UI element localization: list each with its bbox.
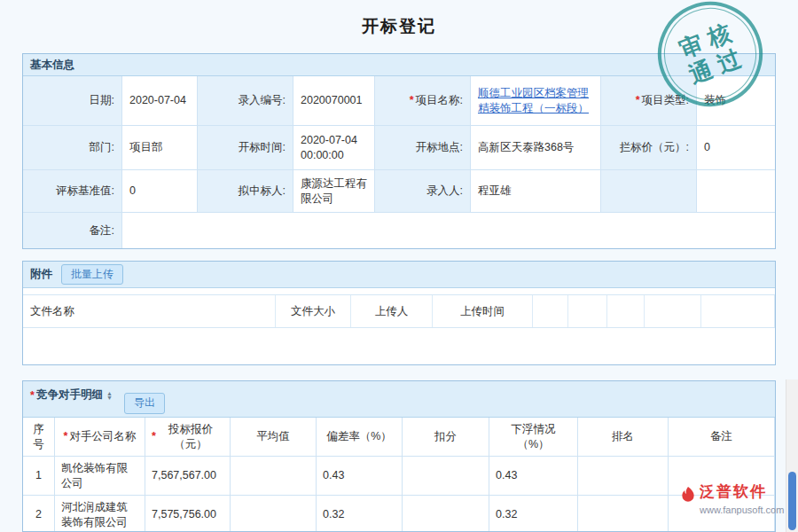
column-float: 下浮情况（%） (489, 418, 578, 457)
required-marker: * (410, 93, 414, 108)
competitors-table-header: 序号 * 对手公司名称 * 投标报价（元） 平均值 偏差率（%） 扣分 下浮情况… (23, 418, 775, 457)
entry-no-value: 2020070001 (293, 76, 375, 126)
column-bid-price: * 投标报价（元） (145, 418, 231, 457)
open-place-value: 高新区天泰路368号 (471, 126, 601, 170)
basic-info-header-strip: 基本信息 (23, 54, 775, 76)
column-rank: 排名 (578, 418, 669, 457)
footer-url-link[interactable]: www.fanpusoft.com (700, 505, 784, 515)
cell-rank (578, 496, 669, 532)
competitors-header-strip: * 竞争对手明细 ▲ ▼ 导出 (23, 381, 775, 418)
column-deduction: 扣分 (403, 418, 489, 457)
competitors-title: 竞争对手明细 (36, 387, 103, 403)
dept-label: 部门: (23, 126, 122, 170)
competitor-row: 1 凯伦装饰有限公司 7,567,567.00 0.43 0.43 (23, 457, 775, 496)
basic-info-grid: 日期: 2020-07-04 录入编号: 2020070001 * 项目名称: … (23, 76, 775, 248)
empty-label-cell (601, 170, 697, 213)
attachments-column-file-name: 文件名称 (23, 295, 276, 327)
sort-desc-icon: ▼ (106, 395, 113, 400)
cell-seq: 1 (23, 457, 55, 496)
cell-deviation: 0.43 (317, 457, 403, 496)
attachments-header: 附件 (30, 267, 52, 282)
vertical-scrollbar[interactable] (786, 379, 798, 532)
sort-icon[interactable]: ▲ ▼ (106, 391, 113, 400)
column-seq: 序号 (23, 418, 55, 457)
competitor-row: 2 河北润成建筑装饰有限公司 7,575,756.00 0.32 0.32 (23, 496, 775, 532)
column-deviation: 偏差率（%） (317, 418, 403, 457)
base-value-value: 0 (122, 170, 198, 213)
proposed-winner-label: 拟中标人: (198, 170, 293, 213)
scrollbar-thumb[interactable] (788, 472, 796, 530)
attachments-column-empty (645, 295, 701, 327)
basic-info-panel: 基本信息 日期: 2020-07-04 录入编号: 2020070001 * 项… (22, 53, 776, 249)
attachments-column-empty (701, 295, 775, 327)
cell-company: 河北润成建筑装饰有限公司 (55, 496, 145, 532)
proposed-winner-value: 康源达工程有限公司 (293, 170, 375, 213)
attachments-column-upload-time: 上传时间 (433, 295, 533, 327)
attachments-column-empty (568, 295, 607, 327)
column-company-text: 对手公司名称 (69, 429, 136, 444)
batch-upload-button[interactable]: 批量上传 (61, 264, 123, 286)
cell-bid-price: 7,567,567.00 (145, 457, 231, 496)
required-marker: * (30, 389, 35, 402)
required-marker: * (152, 429, 156, 444)
open-time-value: 2020-07-04 00:00:00 (293, 126, 375, 170)
export-button[interactable]: 导出 (124, 393, 165, 414)
competitors-title-group: * 竞争对手明细 ▲ ▼ (30, 387, 113, 403)
attachments-column-file-size: 文件大小 (276, 295, 351, 327)
attachments-column-empty (533, 295, 568, 327)
block-price-value: 0 (697, 126, 775, 170)
project-type-label: * 项目类型: (601, 76, 697, 126)
cell-float: 0.32 (489, 496, 578, 532)
cell-deviation: 0.32 (317, 496, 403, 532)
required-marker: * (636, 93, 640, 108)
competitors-panel: * 竞争对手明细 ▲ ▼ 导出 序号 * 对手公司名称 * 投标报价（元） 平均… (22, 380, 776, 532)
entry-no-label: 录入编号: (198, 76, 293, 126)
project-name-label-text: 项目名称: (416, 93, 463, 108)
open-place-label: 开标地点: (375, 126, 471, 170)
footer-brand-block: 泛普软件 www.fanpusoft.com (679, 484, 784, 517)
cell-bid-price: 7,575,756.00 (145, 496, 231, 532)
base-value-label: 评标基准值: (23, 170, 122, 213)
date-value: 2020-07-04 (122, 76, 198, 126)
block-price-label: 拦标价（元）: (601, 126, 697, 170)
column-company: * 对手公司名称 (55, 418, 145, 457)
open-time-label: 开标时间: (198, 126, 293, 170)
project-name-label: * 项目名称: (375, 76, 471, 126)
cell-deduction (403, 496, 489, 532)
dept-value: 项目部 (122, 126, 198, 170)
attachments-header-strip: 附件 批量上传 (23, 262, 775, 288)
cell-company: 凯伦装饰有限公司 (55, 457, 145, 496)
project-name-link[interactable]: 顺德工业园区档案管理精装饰工程（一标段） (478, 86, 593, 116)
date-label: 日期: (23, 76, 122, 126)
column-bid-price-text: 投标报价（元） (158, 422, 223, 452)
cell-seq: 2 (23, 496, 55, 532)
attachments-column-empty (607, 295, 645, 327)
basic-info-header: 基本信息 (30, 58, 74, 73)
project-type-value: 装饰 (697, 76, 775, 126)
attachments-table-header: 文件名称 文件大小 上传人 上传时间 (23, 294, 775, 328)
required-marker: * (64, 429, 68, 444)
cell-float: 0.43 (489, 457, 578, 496)
empty-value-cell (697, 170, 775, 213)
project-type-label-text: 项目类型: (642, 93, 689, 108)
column-average: 平均值 (231, 418, 317, 457)
page-title: 开标登记 (0, 15, 798, 38)
cell-rank (578, 457, 669, 496)
remark-label: 备注: (23, 213, 122, 248)
remark-value (122, 213, 775, 248)
fanpu-logo-icon (679, 485, 697, 506)
attachments-panel: 附件 批量上传 文件名称 文件大小 上传人 上传时间 (22, 261, 776, 365)
cell-average (231, 457, 317, 496)
footer-brand-text: 泛普软件 www.fanpusoft.com (700, 484, 784, 517)
column-remark: 备注 (669, 418, 775, 457)
cell-deduction (403, 457, 489, 496)
recorder-label: 录入人: (375, 170, 471, 213)
cell-average (231, 496, 317, 532)
recorder-value: 程亚雄 (471, 170, 601, 213)
footer-brand-name: 泛普软件 (700, 484, 784, 501)
attachments-column-uploader: 上传人 (351, 295, 433, 327)
project-name-value: 顺德工业园区档案管理精装饰工程（一标段） (471, 76, 601, 126)
